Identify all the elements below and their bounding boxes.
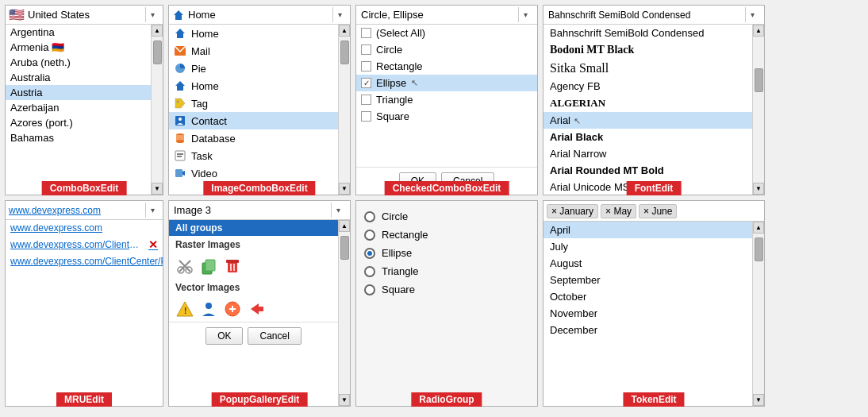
checkedcombo-dropdown-arrow[interactable]: ▾: [518, 7, 532, 22]
scroll-down-btn[interactable]: ▼: [753, 394, 764, 406]
scroll-up-btn[interactable]: ▲: [339, 25, 350, 37]
list-item[interactable]: November: [543, 305, 752, 322]
scroll-down-btn[interactable]: ▼: [753, 183, 764, 195]
list-item[interactable]: Argentina: [6, 25, 151, 40]
scroll-up-btn[interactable]: ▲: [152, 25, 163, 37]
list-item[interactable]: www.devexpress.com: [6, 220, 163, 236]
scroll-thumb[interactable]: [755, 68, 763, 92]
list-item-selected[interactable]: Austria: [6, 85, 151, 100]
fontedit-scrollbar[interactable]: ▲ ▼: [752, 25, 764, 195]
list-item[interactable]: Bahamas: [6, 130, 151, 145]
radio-btn-icon[interactable]: [364, 230, 375, 241]
scroll-up-btn[interactable]: ▲: [753, 222, 764, 234]
radio-item-selected[interactable]: Ellipse: [356, 244, 537, 262]
scroll-thumb[interactable]: [755, 237, 763, 261]
list-item[interactable]: December: [543, 322, 752, 338]
list-item[interactable]: Mail: [169, 42, 338, 60]
radio-btn-checked-icon[interactable]: [364, 248, 375, 259]
list-item[interactable]: Home: [169, 77, 338, 95]
radio-btn-icon[interactable]: [364, 211, 375, 222]
fontedit-header[interactable]: Bahnschrift SemiBold Condensed ▾: [543, 6, 764, 25]
gallery-icon-star[interactable]: [223, 299, 242, 319]
list-item-selected[interactable]: ✓ Ellipse ↖: [356, 75, 537, 91]
scroll-thumb[interactable]: [340, 41, 349, 64]
checkbox-icon[interactable]: [361, 61, 371, 71]
radio-item[interactable]: Circle: [356, 207, 537, 226]
list-item[interactable]: July: [543, 238, 752, 255]
popupgallery-header[interactable]: Image 3 ▾: [169, 201, 350, 220]
gallery-icon-copy[interactable]: [199, 257, 218, 276]
gallery-icon-delete[interactable]: [223, 257, 242, 276]
list-item[interactable]: Bodoni MT Black: [543, 41, 752, 59]
imagecombo-dropdown-arrow[interactable]: ▾: [332, 7, 347, 22]
list-item[interactable]: (Select All): [356, 25, 537, 41]
gallery-scrollbar[interactable]: ▲ ▼: [338, 220, 350, 406]
list-item-selected[interactable]: Arial ↖: [543, 112, 752, 129]
radio-btn-icon[interactable]: [364, 284, 375, 295]
scroll-down-btn[interactable]: ▼: [339, 394, 350, 406]
list-item[interactable]: Triangle: [356, 91, 537, 108]
gallery-all-groups[interactable]: All groups: [169, 220, 338, 236]
radio-item[interactable]: Rectangle: [356, 226, 537, 244]
list-item[interactable]: Task: [169, 147, 338, 164]
checkbox-icon[interactable]: [361, 95, 371, 105]
token-scrollbar[interactable]: ▲ ▼: [752, 222, 764, 406]
list-item[interactable]: Bahnschrift SemiBold Condensed: [543, 25, 752, 41]
gallery-icon-arrow[interactable]: [247, 299, 266, 319]
checkbox-icon[interactable]: [361, 28, 371, 38]
list-item-selected[interactable]: April: [543, 222, 752, 238]
gallery-icon-scissors[interactable]: [175, 257, 194, 276]
scroll-thumb[interactable]: [340, 236, 349, 260]
list-item[interactable]: Pie: [169, 60, 338, 77]
list-item[interactable]: Sitka Small: [543, 59, 752, 78]
radio-item[interactable]: Triangle: [356, 262, 537, 280]
radio-btn-icon[interactable]: [364, 266, 375, 277]
list-item[interactable]: Azerbaijan: [6, 100, 151, 115]
scroll-down-btn[interactable]: ▼: [152, 183, 163, 195]
checkbox-icon[interactable]: [361, 44, 371, 55]
list-item[interactable]: September: [543, 272, 752, 288]
gallery-cancel-button[interactable]: Cancel: [248, 327, 301, 345]
list-item[interactable]: Database: [169, 129, 338, 147]
combobox-scrollbar[interactable]: ▲ ▼: [151, 25, 163, 195]
scroll-thumb[interactable]: [153, 41, 162, 64]
list-item[interactable]: Azores (port.): [6, 115, 151, 130]
list-item[interactable]: Agency FB: [543, 78, 752, 95]
list-item-selected[interactable]: Contact: [169, 112, 338, 129]
list-item[interactable]: October: [543, 288, 752, 305]
scroll-up-btn[interactable]: ▲: [339, 220, 350, 232]
list-item[interactable]: Circle: [356, 41, 537, 58]
list-item[interactable]: Arial Narrow: [543, 145, 752, 162]
list-item[interactable]: Aruba (neth.): [6, 55, 151, 70]
tokenedit-header[interactable]: × January × May × June: [543, 201, 764, 222]
list-item[interactable]: Home: [169, 25, 338, 42]
gallery-ok-button[interactable]: OK: [205, 327, 243, 345]
imagecombo-scrollbar[interactable]: ▲ ▼: [338, 25, 350, 195]
list-item[interactable]: Square: [356, 108, 537, 125]
checkbox-checked-icon[interactable]: ✓: [361, 78, 371, 88]
combobox-header[interactable]: 🇺🇸 United States ▾: [6, 6, 163, 25]
checkbox-icon[interactable]: [361, 111, 371, 122]
fontedit-dropdown-arrow[interactable]: ▾: [745, 7, 759, 22]
list-item[interactable]: Video: [169, 164, 338, 182]
scroll-down-btn[interactable]: ▼: [339, 183, 350, 195]
radio-item[interactable]: Square: [356, 280, 537, 299]
mruedit-dropdown-arrow[interactable]: ▾: [145, 203, 159, 218]
combobox-dropdown-arrow[interactable]: ▾: [145, 7, 159, 22]
mru-delete-btn[interactable]: ✕: [148, 238, 158, 251]
mruedit-header[interactable]: www.devexpress.com ▾: [6, 201, 163, 220]
list-item[interactable]: Armenia 🇦🇲: [6, 40, 151, 55]
list-item[interactable]: Rectangle: [356, 58, 537, 75]
popupgallery-dropdown-arrow[interactable]: ▾: [331, 203, 345, 218]
list-item[interactable]: www.devexpress.com/ClientCenter/Purchase…: [6, 253, 163, 269]
list-item[interactable]: ALGERIAN: [543, 95, 752, 112]
list-item[interactable]: Arial Black: [543, 129, 752, 145]
list-item[interactable]: August: [543, 255, 752, 272]
gallery-icon-person[interactable]: [199, 299, 218, 319]
checkedcombo-header[interactable]: Circle, Ellipse ▾: [356, 6, 537, 25]
list-item[interactable]: Arial Rounded MT Bold: [543, 162, 752, 179]
imagecombo-header[interactable]: Home ▾: [169, 6, 350, 25]
gallery-icon-warning[interactable]: !: [175, 299, 194, 319]
token-input[interactable]: [679, 205, 719, 217]
list-item[interactable]: www.devexpress.com/ClientCenter/Download…: [6, 236, 163, 253]
